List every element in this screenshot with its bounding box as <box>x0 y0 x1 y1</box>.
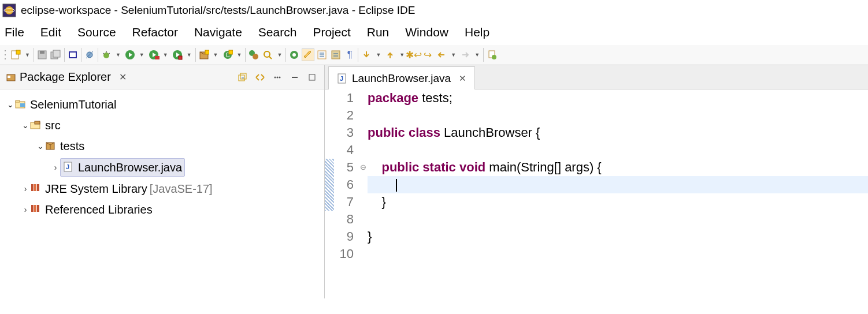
tree-label: SeleniumTutorial <box>30 96 116 113</box>
menu-refactor[interactable]: Refactor <box>132 25 178 39</box>
tree-project[interactable]: ⌄ SeleniumTutorial <box>3 94 321 115</box>
dropdown-icon[interactable]: ▼ <box>185 52 194 58</box>
svg-rect-6 <box>40 51 44 54</box>
menu-navigate[interactable]: Navigate <box>194 25 242 39</box>
dropdown-icon[interactable]: ▼ <box>235 52 244 58</box>
maximize-icon[interactable] <box>306 71 318 84</box>
dropdown-icon[interactable]: ▼ <box>138 52 146 58</box>
forward-icon[interactable] <box>459 48 472 61</box>
debug-icon[interactable] <box>100 48 113 61</box>
dropdown-icon[interactable]: ▼ <box>374 52 383 58</box>
skip-breakpoints-icon[interactable] <box>83 48 96 61</box>
toggle-mark-icon[interactable] <box>302 48 314 61</box>
open-task-icon[interactable] <box>288 48 301 61</box>
link-editor-icon[interactable] <box>254 71 266 84</box>
fold-toggle-icon[interactable]: ⊖ <box>358 159 368 176</box>
dropdown-icon[interactable]: ▼ <box>473 52 481 58</box>
window-title: eclipse-workspace - SeleniumTutorial/src… <box>21 4 416 17</box>
menu-window[interactable]: Window <box>405 25 448 39</box>
dropdown-icon[interactable]: ▼ <box>114 52 123 58</box>
svg-rect-26 <box>205 50 209 54</box>
editor-area: J LaunchBrowser.java ✕ 12345678910 ⊖ pac… <box>325 65 868 298</box>
close-icon[interactable]: ✕ <box>119 72 127 83</box>
menu-file[interactable]: File <box>5 25 24 39</box>
tree-package[interactable]: ⌄ tests <box>3 136 321 156</box>
next-annotation-icon[interactable] <box>360 48 373 61</box>
save-icon[interactable] <box>36 48 49 61</box>
svg-rect-67 <box>34 205 36 212</box>
tree-jre[interactable]: › JRE System Library [JavaSE-17] <box>3 178 321 199</box>
chevron-right-icon[interactable]: › <box>51 162 60 174</box>
last-edit-icon[interactable]: ✱↩ <box>407 48 420 61</box>
view-menu-icon[interactable] <box>271 71 284 84</box>
line-gutter[interactable]: 12345678910 <box>334 89 358 263</box>
toggle-block-icon[interactable] <box>316 48 328 61</box>
tree-suffix: [JavaSE-17] <box>150 180 213 197</box>
minimize-icon[interactable] <box>288 71 301 84</box>
run-icon[interactable] <box>124 48 136 61</box>
svg-rect-29 <box>229 50 233 54</box>
pilcrow-icon[interactable]: ¶ <box>343 48 356 61</box>
pin-editor-icon[interactable] <box>485 48 498 61</box>
package-icon <box>45 140 57 152</box>
save-all-icon[interactable] <box>50 48 62 61</box>
code-text: LaunchBrowser { <box>440 125 540 140</box>
collapse-all-icon[interactable] <box>236 71 249 84</box>
svg-rect-4 <box>16 50 20 54</box>
package-explorer-view: Package Explorer ✕ ⌄ SeleniumTutorial ⌄ … <box>0 65 325 298</box>
title-bar: eclipse-workspace - SeleniumTutorial/src… <box>0 0 868 21</box>
search-icon[interactable] <box>261 48 274 61</box>
editor-tab[interactable]: J LaunchBrowser.java ✕ <box>328 66 475 89</box>
svg-point-31 <box>253 54 258 59</box>
chevron-right-icon[interactable]: › <box>21 204 30 216</box>
fold-column[interactable]: ⊖ <box>358 89 368 263</box>
open-type-icon[interactable] <box>247 48 260 61</box>
dropdown-icon[interactable]: ▼ <box>161 52 170 58</box>
run-external-icon[interactable] <box>171 48 184 61</box>
code-text: main(String[] args) { <box>485 160 602 174</box>
show-whitespace-icon[interactable] <box>329 48 342 61</box>
chevron-down-icon[interactable]: ⌄ <box>21 119 30 132</box>
code-text: } <box>368 229 372 244</box>
tree-reflib[interactable]: › Referenced Libraries <box>3 199 321 220</box>
svg-text:J: J <box>66 163 69 170</box>
tree-file[interactable]: › J LaunchBrowser.java <box>3 156 321 178</box>
project-tree[interactable]: ⌄ SeleniumTutorial ⌄ src ⌄ tests › J Lau… <box>0 89 324 225</box>
chevron-down-icon[interactable]: ⌄ <box>36 140 45 152</box>
terminal-icon[interactable] <box>66 48 79 61</box>
back-to-icon[interactable]: ↪ <box>421 48 434 61</box>
svg-rect-57 <box>20 103 25 107</box>
chevron-right-icon[interactable]: › <box>21 183 30 195</box>
new-class-icon[interactable]: C <box>221 48 234 61</box>
close-icon[interactable]: ✕ <box>459 73 466 84</box>
dropdown-icon[interactable]: ▼ <box>275 52 284 58</box>
menu-search[interactable]: Search <box>258 25 297 39</box>
svg-rect-46 <box>8 76 10 78</box>
package-explorer-icon <box>6 72 16 83</box>
menu-help[interactable]: Help <box>465 25 489 39</box>
svg-rect-65 <box>37 184 39 191</box>
dropdown-icon[interactable]: ▼ <box>449 52 458 58</box>
java-file-icon: J <box>63 162 75 173</box>
menu-edit[interactable]: Edit <box>40 25 61 39</box>
code-editor[interactable]: 12345678910 ⊖ package tests; public clas… <box>325 89 868 263</box>
code-lines[interactable]: package tests; public class LaunchBrowse… <box>368 89 868 263</box>
menu-run[interactable]: Run <box>367 25 390 39</box>
back-icon[interactable] <box>435 48 448 61</box>
tree-label: Referenced Libraries <box>45 201 153 218</box>
svg-rect-56 <box>16 100 20 102</box>
new-package-icon[interactable] <box>198 48 210 61</box>
coverage-icon[interactable] <box>147 48 160 61</box>
tree-label: tests <box>60 137 84 155</box>
prev-annotation-icon[interactable] <box>384 48 396 61</box>
dropdown-icon[interactable]: ▼ <box>23 52 32 58</box>
new-icon[interactable] <box>9 48 22 61</box>
menu-project[interactable]: Project <box>313 25 350 39</box>
tree-src[interactable]: ⌄ src <box>3 115 321 136</box>
dropdown-icon[interactable]: ▼ <box>398 52 406 58</box>
project-icon <box>15 99 27 110</box>
chevron-down-icon[interactable]: ⌄ <box>6 99 15 111</box>
dropdown-icon[interactable]: ▼ <box>212 52 220 58</box>
tree-label: JRE System Library <box>45 180 147 197</box>
menu-source[interactable]: Source <box>77 25 116 39</box>
